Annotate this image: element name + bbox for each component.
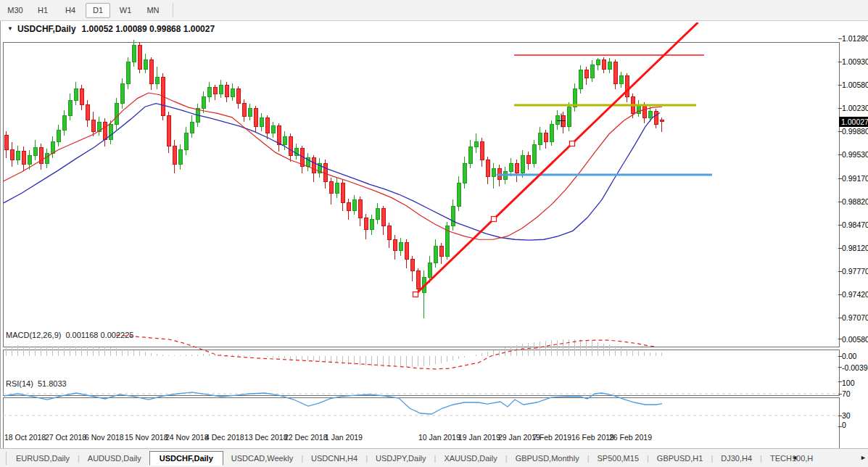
- tab-usdjpy-daily[interactable]: USDJPY,Daily: [368, 452, 434, 465]
- tab-eurusd-daily[interactable]: EURUSD,Daily: [8, 452, 78, 465]
- chart-ohlc-values: 1.00052 1.00089 0.99868 1.00027: [82, 24, 215, 34]
- macd-indicator-label: MACD(12,26,9)0.001168 0.002225: [6, 331, 133, 339]
- tab-xauusd-daily[interactable]: XAUUSD,Daily: [436, 452, 505, 465]
- timeframe-button-h4[interactable]: H4: [58, 3, 83, 18]
- macd-values: 0.001168 0.002225: [65, 331, 133, 339]
- tabs-scroll-right-icon[interactable]: ►: [860, 454, 867, 461]
- chart-title: ▼USDCHF,Daily1.00052 1.00089 0.99868 1.0…: [7, 24, 215, 34]
- timeframe-button-d1[interactable]: D1: [86, 3, 110, 18]
- timeframe-toolbar: M30H1H4D1W1MN: [0, 0, 868, 21]
- main-price-pane[interactable]: [3, 42, 840, 347]
- tab-gbpusd-h1[interactable]: GBPUSD,H1: [649, 452, 711, 465]
- tab-gbpusd-monthly[interactable]: GBPUSD,Monthly: [508, 452, 587, 465]
- tab-usdcnh-h4[interactable]: USDCNH,H4: [303, 452, 365, 465]
- chart-window: [0, 20, 868, 448]
- tab-dj30-h4[interactable]: DJ30,H4: [713, 452, 760, 465]
- mt4-application-window: M30H1H4D1W1MN ▼USDCHF,Daily1.00052 1.000…: [0, 0, 868, 467]
- symbol-tab-bar: EURUSD,Daily|AUDUSD,DailyUSDCHF,DailyUSD…: [0, 448, 868, 467]
- tab-audusd-daily[interactable]: AUDUSD,Daily: [80, 452, 149, 465]
- macd-pane[interactable]: [3, 350, 840, 396]
- tab-edge-sliver: [0, 452, 7, 465]
- tabs-scroll-left-icon[interactable]: ◄: [791, 454, 798, 461]
- tab-usdchf-daily[interactable]: USDCHF,Daily: [149, 451, 223, 466]
- macd-name: MACD(12,26,9): [6, 331, 61, 339]
- timeframe-button-m30[interactable]: M30: [3, 3, 28, 18]
- rsi-value: 51.8033: [38, 379, 67, 388]
- timeframe-button-mn[interactable]: MN: [141, 3, 165, 18]
- timeframe-button-h1[interactable]: H1: [30, 3, 55, 18]
- timeframe-button-w1[interactable]: W1: [113, 3, 138, 18]
- tab-usdcad-weekly[interactable]: USDCAD,Weekly: [223, 452, 301, 465]
- rsi-pane[interactable]: [3, 397, 840, 450]
- tab-sp500-m15[interactable]: SP500,M15: [590, 452, 647, 465]
- chart-symbol-label: USDCHF,Daily: [17, 24, 76, 34]
- rsi-name: RSI(14): [6, 379, 33, 388]
- chart-dropdown-icon[interactable]: ▼: [7, 25, 13, 32]
- rsi-indicator-label: RSI(14)51.8033: [6, 379, 67, 388]
- toolbar-separator: [173, 3, 173, 17]
